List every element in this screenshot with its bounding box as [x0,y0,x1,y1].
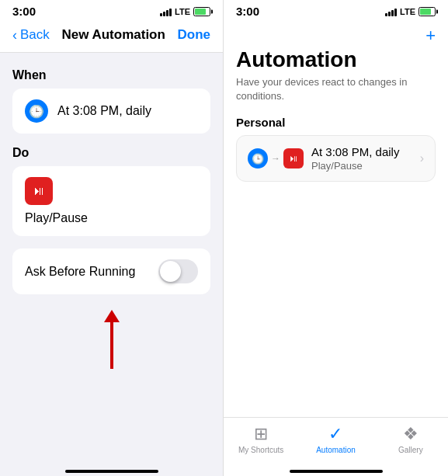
left-status-bar: 3:00 LTE [0,0,223,21]
battery-fill [195,9,206,15]
automation-tab-icon: ✓ [328,424,342,444]
gallery-label: Gallery [398,446,423,454]
automation-title: At 3:08 PM, daily [311,145,412,158]
done-button[interactable]: Done [178,27,211,43]
clock-icon: 🕒 [25,99,48,123]
tab-gallery[interactable]: ❖ Gallery [373,424,448,454]
ask-before-running-toggle[interactable] [158,259,198,283]
gallery-icon: ❖ [403,424,418,444]
my-shortcuts-label: My Shortcuts [238,446,283,454]
right-battery-icon [418,7,436,16]
automation-play-icon: ⏯ [283,148,304,169]
tab-bar: ⊞ My Shortcuts ✓ Automation ❖ Gallery [224,417,448,467]
arrow-line [110,322,113,369]
action-label: Play/Pause [25,211,88,225]
left-panel: 3:00 LTE ‹ Back New Automation Done When [0,0,224,476]
right-panel: 3:00 LTE + Automation Have your devices … [224,0,448,476]
back-button[interactable]: ‹ Back [12,27,50,43]
when-time-text: At 3:08 PM, daily [57,104,151,118]
chevron-left-icon: ‹ [12,28,17,42]
play-pause-icon: ⏯ [25,177,53,205]
automation-info: At 3:08 PM, daily Play/Pause [311,145,412,172]
page-subtitle: Have your devices react to changes in co… [236,75,436,103]
arrow-annotation [12,304,210,369]
my-shortcuts-icon: ⊞ [254,424,268,444]
right-content: + Automation Have your devices react to … [224,21,448,417]
arrow-right-icon: → [271,153,280,164]
left-content: When 🕒 At 3:08 PM, daily Do ⏯ Play/Pause… [0,53,223,467]
automation-list-item[interactable]: 🕒 → ⏯ At 3:08 PM, daily Play/Pause › [236,135,436,182]
left-status-icons: LTE [160,7,210,16]
tab-automation[interactable]: ✓ Automation [298,424,373,454]
left-time: 3:00 [12,5,36,18]
nav-title: New Automation [61,27,165,43]
when-card[interactable]: 🕒 At 3:08 PM, daily [12,89,210,134]
lte-label: LTE [175,7,190,16]
add-automation-button[interactable]: + [425,27,436,44]
signal-bars-icon [160,7,172,16]
ask-label: Ask Before Running [25,265,135,279]
automation-icons: 🕒 → ⏯ [248,148,304,169]
signal-bar-3 [166,10,168,16]
left-home-indicator [65,470,158,473]
signal-bar-4 [169,9,172,16]
battery-icon [193,7,210,16]
automation-subtitle: Play/Pause [311,160,412,172]
toggle-knob [160,261,181,282]
signal-bar-2 [163,12,165,16]
right-lte-label: LTE [400,7,415,16]
right-home-indicator [290,470,383,473]
arrow-head [104,310,120,322]
do-card[interactable]: ⏯ Play/Pause [12,166,210,236]
ask-before-running-row: Ask Before Running [12,248,210,294]
chevron-right-icon: › [420,151,424,165]
do-header: Do [12,146,210,160]
automation-clock-icon: 🕒 [248,148,268,169]
back-label: Back [20,27,50,43]
right-status-bar: 3:00 LTE [224,0,448,21]
right-battery-fill [420,9,431,15]
left-nav-bar: ‹ Back New Automation Done [0,21,223,53]
tab-my-shortcuts[interactable]: ⊞ My Shortcuts [224,424,298,454]
page-title: Automation [236,47,436,72]
personal-header: Personal [236,116,436,129]
right-time: 3:00 [236,5,259,18]
automation-tab-label: Automation [316,446,356,454]
arrow-up-icon [104,310,120,369]
right-status-icons: LTE [385,7,436,16]
signal-bar-1 [160,13,162,16]
right-signal-bars-icon [385,7,397,16]
when-header: When [12,68,210,82]
